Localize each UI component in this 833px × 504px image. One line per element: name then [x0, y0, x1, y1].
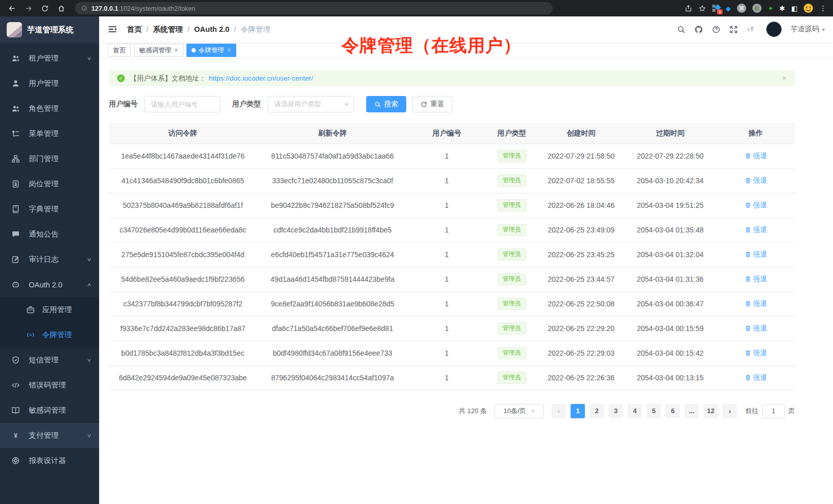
sidebar-item[interactable]: 部门管理 — [0, 146, 99, 171]
bookmark-star-icon[interactable] — [698, 5, 706, 12]
force-logout-button[interactable]: 强退 — [745, 373, 767, 382]
browser-back-icon[interactable] — [5, 2, 18, 15]
sidebar-item[interactable]: 岗位管理 — [0, 171, 99, 197]
page-number-button[interactable]: 6 — [666, 404, 680, 418]
sidebar-item[interactable]: 菜单管理 — [0, 121, 99, 146]
alert-close-icon[interactable]: × — [782, 74, 787, 83]
tag-view[interactable]: 令牌管理 × — [186, 44, 236, 57]
user-id-input[interactable] — [144, 96, 220, 112]
breadcrumb-system[interactable]: 系统管理 — [153, 25, 183, 34]
sidebar-item[interactable]: 报表设计器 — [0, 448, 99, 473]
profile-avatar-icon[interactable] — [804, 4, 813, 13]
sidebar-item[interactable]: 审计日志 ∨ — [0, 247, 99, 272]
pinwheel-extension-icon[interactable]: ✱ — [780, 5, 785, 12]
force-logout-button[interactable]: 强退 — [745, 275, 767, 284]
share-icon[interactable] — [685, 5, 692, 12]
sidebar-item[interactable]: A 令牌管理 — [0, 322, 99, 347]
table-row: c347026e805e4d99b0d116eae66eda8c cdfc4ce… — [109, 218, 795, 242]
sidebar-item[interactable]: 错误码管理 — [0, 373, 99, 398]
fullscreen-icon[interactable] — [729, 25, 738, 34]
jump-page-input[interactable] — [762, 404, 785, 418]
user-avatar[interactable] — [766, 22, 782, 37]
tag-close-icon[interactable]: × — [175, 47, 178, 54]
menu-item-icon — [11, 356, 20, 365]
breadcrumb: 首页 / 系统管理 / OAuth 2.0 / 令牌管理 — [127, 25, 271, 34]
annotation-title: 令牌管理（在线用户） — [342, 34, 521, 57]
force-logout-button[interactable]: 强退 — [745, 299, 767, 308]
sidebar-item[interactable]: 用户管理 — [0, 71, 99, 96]
expire-time-cell: 2054-03-04 00:15:42 — [624, 341, 716, 365]
page-size-select[interactable]: 10条/页∨ — [495, 404, 544, 418]
table-header-cell: 操作 — [716, 123, 795, 144]
command-extension-icon[interactable]: ⌘ — [737, 4, 746, 13]
sidebar-item[interactable]: OAuth 2.0 ∧ — [0, 272, 99, 297]
table-header-cell: 创建时间 — [538, 123, 624, 144]
expire-time-cell: 2022-07-29 22:28:50 — [624, 144, 716, 168]
github-icon[interactable] — [694, 25, 703, 34]
user-menu[interactable]: 芋道源码▾ — [790, 25, 825, 34]
dot-extension-icon[interactable] — [752, 4, 762, 13]
created-time-cell: 2022-06-25 23:45:25 — [538, 242, 624, 267]
search-button[interactable]: 搜索 — [366, 96, 406, 112]
font-size-icon[interactable]: TT — [747, 25, 755, 34]
page-number-button[interactable]: 5 — [647, 404, 661, 418]
force-logout-button[interactable]: 强退 — [745, 201, 767, 210]
page-number-button[interactable]: 3 — [609, 404, 623, 418]
force-logout-button[interactable]: 强退 — [745, 250, 767, 259]
page-number-button[interactable]: 12 — [704, 404, 718, 418]
token-table: 访问令牌刷新令牌用户编号用户类型创建时间过期时间操作 1ea5e44f8bc14… — [109, 123, 795, 391]
page-number-button[interactable]: 1 — [571, 404, 585, 418]
trash-icon — [745, 177, 751, 184]
tag-close-icon[interactable]: × — [228, 47, 231, 54]
page-number-button[interactable]: 2 — [590, 404, 604, 418]
star-extension-icon[interactable]: ✦ — [768, 5, 773, 12]
browser-menu-icon[interactable] — [819, 5, 827, 12]
menu-item-icon — [11, 79, 20, 88]
sidebar-item[interactable]: 短信管理 ∨ — [0, 347, 99, 373]
sidebar-item[interactable]: 应用管理 — [0, 297, 99, 322]
sidebar-item[interactable]: 字典管理 — [0, 197, 99, 222]
search-icon[interactable] — [677, 25, 686, 34]
sidebar-item[interactable]: 通知公告 — [0, 222, 99, 247]
sidebar-item[interactable]: ¥ 支付管理 ∨ — [0, 423, 99, 448]
page-number-button[interactable]: 4 — [628, 404, 642, 418]
extension-badge: 9 — [717, 9, 723, 14]
browser-forward-icon[interactable] — [22, 2, 35, 15]
tag-view[interactable]: 敏感词管理 × — [134, 44, 183, 57]
breadcrumb-home[interactable]: 首页 — [127, 25, 142, 34]
page-number-button[interactable]: ... — [685, 404, 699, 418]
expire-time-cell: 2054-03-04 01:35:48 — [624, 218, 716, 242]
chevron-icon: ∨ — [86, 257, 91, 262]
sidebar-item-label: 岗位管理 — [29, 179, 91, 189]
doc-link[interactable]: https://doc.iocoder.cn/user-center/ — [209, 74, 313, 82]
tag-view[interactable]: 首页 × — [108, 44, 131, 57]
sidebar-collapse-icon[interactable] — [107, 24, 119, 35]
svg-text:T: T — [750, 26, 754, 32]
force-logout-button[interactable]: 强退 — [745, 176, 767, 185]
sidebar-item[interactable]: 租户管理 ∨ — [0, 46, 99, 71]
breadcrumb-oauth[interactable]: OAuth 2.0 — [194, 25, 229, 33]
extension-grid-icon[interactable]: 9 — [712, 5, 720, 12]
browser-home-icon[interactable] — [54, 2, 68, 15]
browser-reload-icon[interactable] — [38, 2, 51, 15]
address-bar[interactable]: 127.0.0.1:1024/system/oauth2/token — [75, 2, 553, 14]
user-name: 芋道源码 — [790, 25, 819, 34]
actions-cell: 强退 — [716, 168, 795, 193]
content: ✓ 【用户体系】文档地址： https://doc.iocoder.cn/use… — [99, 59, 833, 418]
prev-page-button[interactable]: ‹ — [552, 404, 566, 418]
force-logout-button[interactable]: 强退 — [745, 324, 767, 333]
sidebar-item[interactable]: 敏感词管理 — [0, 398, 99, 423]
user-type-select[interactable]: 请选择用户类型∨ — [268, 96, 354, 112]
sidebar-toggle-icon[interactable]: ◧ — [791, 5, 798, 12]
logo-image — [7, 22, 22, 37]
expire-time-cell: 2054-03-04 00:13:15 — [624, 365, 716, 390]
force-logout-button[interactable]: 强退 — [745, 225, 767, 235]
reset-button[interactable]: 重置 — [412, 96, 452, 112]
gem-extension-icon[interactable]: ◆ — [726, 5, 731, 12]
next-page-button[interactable]: › — [723, 404, 737, 418]
sidebar-item[interactable]: 角色管理 — [0, 96, 99, 121]
site-info-icon[interactable] — [81, 5, 87, 11]
force-logout-button[interactable]: 强退 — [745, 151, 767, 161]
force-logout-button[interactable]: 强退 — [745, 348, 767, 358]
help-icon[interactable] — [712, 25, 721, 34]
